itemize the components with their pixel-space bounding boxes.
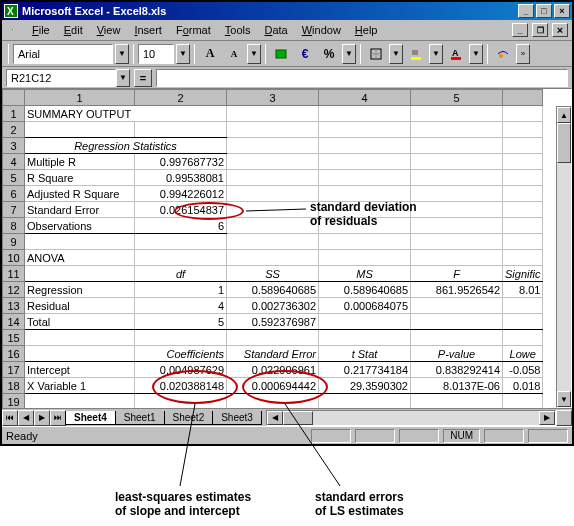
- size-dropdown-icon[interactable]: ▼: [176, 44, 190, 64]
- cell[interactable]: X Variable 1: [25, 378, 135, 394]
- scroll-right-icon[interactable]: ▶: [539, 411, 555, 425]
- font-dropdown-icon[interactable]: ▼: [115, 44, 129, 64]
- resize-grip-icon[interactable]: [556, 410, 572, 426]
- col-header[interactable]: 3: [227, 90, 319, 106]
- doc-close-button[interactable]: ×: [552, 23, 568, 37]
- row-header[interactable]: 6: [3, 186, 25, 202]
- scroll-up-icon[interactable]: ▲: [557, 107, 571, 123]
- cell[interactable]: SUMMARY OUTPUT: [25, 106, 227, 122]
- font-selector[interactable]: Arial: [13, 44, 113, 64]
- select-all-corner[interactable]: [3, 90, 25, 106]
- cell[interactable]: Regression Statistics: [25, 138, 227, 154]
- doc-minimize-button[interactable]: _: [512, 23, 528, 37]
- cell[interactable]: 0.592376987: [227, 314, 319, 330]
- tab-nav-next-icon[interactable]: ▶: [34, 410, 50, 426]
- row-header[interactable]: 13: [3, 298, 25, 314]
- cell[interactable]: Signific: [503, 266, 543, 282]
- fill-color-icon[interactable]: [405, 44, 427, 64]
- cell[interactable]: 0.026154837: [135, 202, 227, 218]
- cell[interactable]: 0.004987629: [135, 362, 227, 378]
- cell[interactable]: Standard Error: [25, 202, 135, 218]
- cell[interactable]: 0.217734184: [319, 362, 411, 378]
- menu-window[interactable]: Window: [296, 22, 347, 38]
- row-header[interactable]: 11: [3, 266, 25, 282]
- cell[interactable]: 0.589640685: [227, 282, 319, 298]
- row-header[interactable]: 5: [3, 170, 25, 186]
- sheet-tab[interactable]: Sheet2: [164, 411, 214, 425]
- menu-view[interactable]: View: [91, 22, 127, 38]
- cell[interactable]: 0.994226012: [135, 186, 227, 202]
- euro-icon[interactable]: €: [294, 44, 316, 64]
- cell[interactable]: 5: [135, 314, 227, 330]
- col-header[interactable]: [503, 90, 543, 106]
- cell[interactable]: 0.022906961: [227, 362, 319, 378]
- sheet-tab[interactable]: Sheet3: [212, 411, 262, 425]
- cell[interactable]: Total: [25, 314, 135, 330]
- font-grow-icon[interactable]: A: [199, 44, 221, 64]
- cell[interactable]: Adjusted R Square: [25, 186, 135, 202]
- currency-icon[interactable]: [270, 44, 292, 64]
- toolbar-overflow-icon[interactable]: »: [516, 44, 530, 64]
- menu-help[interactable]: Help: [349, 22, 384, 38]
- spreadsheet-table[interactable]: 1 2 3 4 5 1 SUMMARY OUTPUT 2 3 Regressio…: [2, 89, 543, 408]
- maximize-button[interactable]: □: [536, 4, 552, 18]
- scroll-thumb[interactable]: [283, 411, 313, 425]
- row-header[interactable]: 14: [3, 314, 25, 330]
- drawing-toolbar-icon[interactable]: [492, 44, 514, 64]
- row-header[interactable]: 19: [3, 394, 25, 409]
- toolbar-more-icon[interactable]: ▼: [247, 44, 261, 64]
- cell[interactable]: R Square: [25, 170, 135, 186]
- font-shrink-icon[interactable]: A: [223, 44, 245, 64]
- scroll-left-icon[interactable]: ◀: [267, 411, 283, 425]
- close-button[interactable]: ×: [554, 4, 570, 18]
- cell[interactable]: Coefficients: [135, 346, 227, 362]
- cell[interactable]: df: [135, 266, 227, 282]
- row-header[interactable]: 8: [3, 218, 25, 234]
- toolbar-more2-icon[interactable]: ▼: [342, 44, 356, 64]
- menu-format[interactable]: Format: [170, 22, 217, 38]
- cell[interactable]: 0.589640685: [319, 282, 411, 298]
- font-color-icon[interactable]: A: [445, 44, 467, 64]
- cell[interactable]: Regression: [25, 282, 135, 298]
- cell[interactable]: ANOVA: [25, 250, 135, 266]
- vertical-scrollbar[interactable]: ▲ ▼: [556, 106, 572, 408]
- menu-edit[interactable]: Edit: [58, 22, 89, 38]
- cell[interactable]: Observations: [25, 218, 135, 234]
- tab-nav-prev-icon[interactable]: ◀: [18, 410, 34, 426]
- formula-bar[interactable]: [156, 69, 568, 87]
- cell[interactable]: MS: [319, 266, 411, 282]
- cell[interactable]: 0.000684075: [319, 298, 411, 314]
- row-header[interactable]: 17: [3, 362, 25, 378]
- sheet-tab[interactable]: Sheet4: [65, 411, 116, 425]
- cell[interactable]: P-value: [411, 346, 503, 362]
- row-header[interactable]: 16: [3, 346, 25, 362]
- cell[interactable]: 0.99538081: [135, 170, 227, 186]
- cell[interactable]: 0.018: [503, 378, 543, 394]
- cell[interactable]: F: [411, 266, 503, 282]
- cell[interactable]: 0.002736302: [227, 298, 319, 314]
- col-header[interactable]: 5: [411, 90, 503, 106]
- scroll-down-icon[interactable]: ▼: [557, 391, 571, 407]
- tab-nav-last-icon[interactable]: ⏭: [50, 410, 66, 426]
- minimize-button[interactable]: _: [518, 4, 534, 18]
- row-header[interactable]: 1: [3, 106, 25, 122]
- cell[interactable]: 0.997687732: [135, 154, 227, 170]
- borders-dropdown-icon[interactable]: ▼: [389, 44, 403, 64]
- cell[interactable]: Multiple R: [25, 154, 135, 170]
- row-header[interactable]: 15: [3, 330, 25, 346]
- cell[interactable]: 29.3590302: [319, 378, 411, 394]
- percent-icon[interactable]: %: [318, 44, 340, 64]
- row-header[interactable]: 18: [3, 378, 25, 394]
- col-header[interactable]: 4: [319, 90, 411, 106]
- cell[interactable]: Lowe: [503, 346, 543, 362]
- cell[interactable]: 861.9526542: [411, 282, 503, 298]
- cell[interactable]: -0.058: [503, 362, 543, 378]
- row-header[interactable]: 4: [3, 154, 25, 170]
- sheet-tab[interactable]: Sheet1: [115, 411, 165, 425]
- col-header[interactable]: 2: [135, 90, 227, 106]
- cell[interactable]: 8.0137E-06: [411, 378, 503, 394]
- borders-icon[interactable]: [365, 44, 387, 64]
- fill-dropdown-icon[interactable]: ▼: [429, 44, 443, 64]
- row-header[interactable]: 3: [3, 138, 25, 154]
- doc-restore-button[interactable]: ❐: [532, 23, 548, 37]
